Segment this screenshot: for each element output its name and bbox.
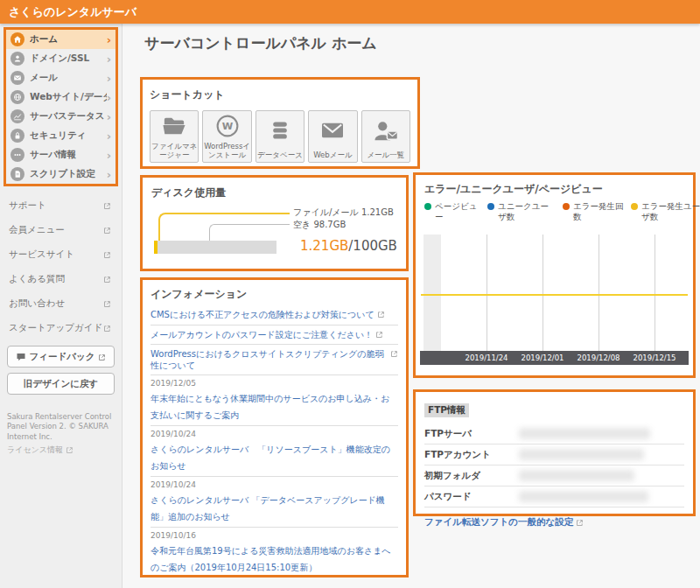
copyright-text: Sakura Rentalserver Control Panel Versio… <box>7 412 115 442</box>
sidebar-item-label: メール <box>30 72 107 84</box>
shortcut-mail-list[interactable]: メール一覧 <box>361 110 410 163</box>
legend-pageview: ページビュー <box>424 201 480 223</box>
legend-unique-users: ユニークユーザ数 <box>487 201 556 223</box>
chart-date-tick: 2019/12/08 <box>572 354 625 362</box>
sidebar-item-mail[interactable]: メール › <box>6 68 116 88</box>
legend-label: エラー発生回数 <box>573 201 624 223</box>
sidebar-link-support[interactable]: サポート <box>0 193 122 218</box>
legend-error-users: エラー発生ユーザ数 <box>631 201 700 223</box>
sidebar-link-startup-guide[interactable]: スタートアップガイド <box>0 316 122 340</box>
ftp-row-label: FTPサーバ <box>424 428 519 440</box>
server-info-icon <box>10 148 24 162</box>
sidebar-link-label: お問い合わせ <box>9 298 65 310</box>
chevron-right-icon: › <box>107 130 111 142</box>
file-manager-icon <box>161 111 187 142</box>
feedback-button[interactable]: フィードバック <box>7 346 115 368</box>
speech-bubble-icon <box>16 352 26 362</box>
chevron-right-icon: › <box>107 73 111 84</box>
information-title: インフォメーション <box>150 287 398 302</box>
information-panel: インフォメーション CMSにおける不正アクセスの危険性および対策について メール… <box>140 277 409 578</box>
redacted-value <box>519 428 650 439</box>
database-icon <box>268 111 292 150</box>
chart-date-tick: 2019/11/24 <box>460 354 513 362</box>
external-link-icon <box>103 276 111 284</box>
wordpress-icon: W <box>215 111 240 142</box>
legend-error-count: エラー発生回数 <box>563 201 624 223</box>
external-link-icon <box>103 227 111 234</box>
sidebar-item-security[interactable]: セキュリティ › <box>6 126 116 145</box>
info-pinned-link[interactable]: WordPressにおけるクロスサイトスクリプティングの脆弱性について <box>150 345 398 375</box>
chart-y-axis-band <box>424 234 441 351</box>
external-link-icon <box>98 354 106 361</box>
old-design-button[interactable]: 旧デザインに戻す <box>7 373 115 395</box>
info-news-item[interactable]: 2019/12/05 年末年始にともなう休業期間中のサービスのお申し込み・お支払… <box>150 375 398 426</box>
sidebar-link-label: よくある質問 <box>9 273 65 285</box>
legend-dot-green <box>424 203 431 210</box>
ftp-row-label: FTPアカウント <box>424 449 519 461</box>
shortcut-label: WordPressインストール <box>203 142 250 159</box>
sidebar-link-service-site[interactable]: サービスサイト <box>0 242 122 267</box>
sidebar-link-faq[interactable]: よくある質問 <box>0 267 122 291</box>
ftp-settings-link[interactable]: ファイル転送ソフトの一般的な設定 <box>424 516 684 528</box>
ftp-info-title: FTP情報 <box>424 403 469 417</box>
ftp-settings-link-label: ファイル転送ソフトの一般的な設定 <box>424 516 573 528</box>
sidebar-item-home[interactable]: ホーム › <box>6 30 116 49</box>
analytics-title: エラー/ユニークユーザ/ページビュー <box>424 182 603 197</box>
sidebar-item-label: ホーム <box>30 33 107 46</box>
mail-list-icon <box>373 111 399 150</box>
sidebar-item-website-data[interactable]: Webサイト/データ › <box>6 88 116 107</box>
sidebar-item-domain-ssl[interactable]: ドメイン/SSL › <box>6 49 116 68</box>
app-title: さくらのレンタルサーバ <box>9 5 136 18</box>
sidebar-item-script-settings[interactable]: スクリプト設定 › <box>6 164 116 184</box>
license-link[interactable]: ライセンス情報 <box>7 444 115 455</box>
chart-flat-series-line <box>421 294 688 296</box>
shortcut-webmail[interactable]: Webメール <box>308 110 357 163</box>
external-link-icon <box>375 331 383 339</box>
sidebar-link-member-menu[interactable]: 会員メニュー <box>0 218 122 242</box>
chart-date-tick: 2019/12/15 <box>628 354 681 362</box>
info-news-item[interactable]: 2019/10/24 さくらのレンタルサーバ 「データベースアップグレード機能」… <box>150 477 398 528</box>
external-link-icon <box>103 300 111 308</box>
ftp-row-label: パスワード <box>424 491 519 503</box>
shortcut-label: Webメール <box>313 150 352 159</box>
shortcut-file-manager[interactable]: ファイルマネージャー <box>150 110 199 163</box>
legend-dot-blue <box>487 203 494 210</box>
info-item-date: 2019/10/24 <box>150 430 398 438</box>
info-pinned-link[interactable]: CMSにおける不正アクセスの危険性および対策について <box>150 305 398 326</box>
ftp-row-label: 初期フォルダ <box>424 470 519 482</box>
info-news-item[interactable]: 2019/10/24 さくらのレンタルサーバ 「リソースブースト」機能改定のお知… <box>150 426 398 477</box>
external-link-icon <box>103 325 111 332</box>
shortcut-label: データベース <box>257 150 303 159</box>
info-link-text: さくらのレンタルサーバ 「リソースブースト」機能改定のお知らせ <box>150 444 390 471</box>
external-link-icon <box>377 311 385 318</box>
info-link-text: メールアカウントのパスワード設定にご注意ください！ <box>150 330 373 341</box>
ftp-row-account: FTPアカウント <box>424 444 684 466</box>
info-item-date: 2019/10/16 <box>150 531 398 540</box>
shortcut-database[interactable]: データベース <box>256 110 304 163</box>
info-item-date: 2019/12/05 <box>150 379 398 388</box>
sidebar-item-label: スクリプト設定 <box>30 168 107 180</box>
ftp-row-password: パスワード <box>424 486 684 508</box>
sidebar-item-server-status[interactable]: サーバステータス › <box>6 107 116 126</box>
external-link-icon <box>576 519 584 527</box>
info-link-text: WordPressにおけるクロスサイトスクリプティングの脆弱性について <box>150 349 388 371</box>
sidebar-item-server-info[interactable]: サーバ情報 › <box>6 145 116 164</box>
app-header: さくらのレンタルサーバ <box>0 0 700 24</box>
info-pinned-link[interactable]: メールアカウントのパスワード設定にご注意ください！ <box>150 326 398 346</box>
info-item-date: 2019/10/24 <box>150 480 398 489</box>
sidebar: ホーム › ドメイン/SSL › メール › Webサイト/データ › <box>0 24 122 588</box>
chevron-right-icon: › <box>107 53 111 65</box>
sidebar-link-contact[interactable]: お問い合わせ <box>0 291 122 316</box>
info-news-item[interactable]: 2019/10/16 令和元年台風第19号による災害救助法適用地域のお客さまへの… <box>150 528 398 578</box>
security-icon <box>10 129 24 143</box>
disk-free-callout-line <box>209 224 290 241</box>
external-link-icon <box>103 251 111 259</box>
sidebar-footer: Sakura Rentalserver Control Panel Versio… <box>7 412 115 456</box>
info-link-text: さくらのレンタルサーバ 「データベースアップグレード機能」追加のお知らせ <box>150 495 385 522</box>
disk-free-label: 空き 98.7GB <box>293 219 346 231</box>
chart-gridline <box>486 234 487 351</box>
redacted-value <box>519 470 634 481</box>
sidebar-menu: ホーム › ドメイン/SSL › メール › Webサイト/データ › <box>4 27 118 186</box>
shortcut-wordpress[interactable]: W WordPressインストール <box>202 110 251 163</box>
chart-gridline <box>542 234 543 351</box>
